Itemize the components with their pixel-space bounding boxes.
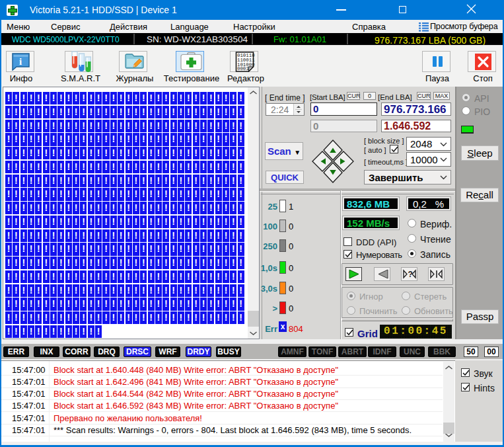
svg-text:0001: 0001 xyxy=(237,66,249,71)
svg-text:i: i xyxy=(19,56,22,67)
